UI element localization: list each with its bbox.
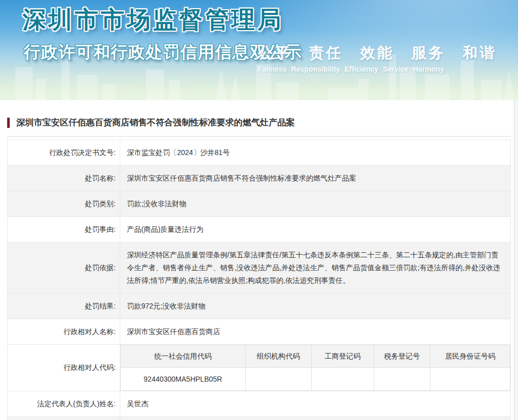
table-row-legal-representative: 法定代表人(负责人)姓名: 吴世杰 <box>8 391 511 417</box>
row-value: 罚款972元;没收非法财物 <box>120 294 511 319</box>
table-row-penalty-result: 处罚结果: 罚款972元;没收非法财物 <box>8 294 511 319</box>
code-value-row: 92440300MA5HPLB05R <box>121 368 510 391</box>
row-label: 处罚结果: <box>8 294 120 319</box>
article-header: 深圳市宝安区仟佰惠百货商店销售不符合强制性标准要求的燃气灶产品案 <box>7 117 511 128</box>
table-row-counterpart-codes: 行政相对人代码: 统一社会信用代码 组织机构代码 工商登记码 税务登记号 居民身… <box>8 345 511 391</box>
code-col-header: 统一社会信用代码 <box>121 345 246 368</box>
slogan-chinese: 公平 责任 效能 服务 和谐 <box>258 43 497 63</box>
resident-id-number <box>430 368 510 391</box>
code-header-row: 统一社会信用代码 组织机构代码 工商登记码 税务登记号 居民身份证号码 <box>121 345 510 368</box>
row-value: 深圳市宝安区仟佰惠百货商店销售不符合强制性标准要求的燃气灶产品案 <box>120 166 511 191</box>
unified-social-credit-code: 92440300MA5HPLB05R <box>121 368 246 391</box>
row-label: 行政相对人代码: <box>8 345 120 391</box>
table-row-penalty-basis: 处罚依据: 深圳经济特区产品质量管理条例/第五章法律责任/第五十七条违反本条例第… <box>8 242 511 294</box>
row-value: 深圳市宝安区仟佰惠百货商店 <box>120 319 511 345</box>
row-label: 处罚类别: <box>8 191 120 217</box>
page-banner: 深圳市市场监督管理局 行政许可和行政处罚信用信息双公示 公平 责任 效能 服务 … <box>0 0 518 100</box>
row-value: 2024-03-01 <box>120 417 511 420</box>
row-label: 处罚名称: <box>8 166 120 191</box>
scrollbar-track[interactable] <box>514 100 518 420</box>
page-title: 深圳市宝安区仟佰惠百货商店销售不符合强制性标准要求的燃气灶产品案 <box>16 117 295 128</box>
code-col-header: 居民身份证号码 <box>430 345 510 368</box>
row-value: 深市监宝处罚〔2024〕沙井81号 <box>120 140 511 166</box>
row-label: 法定代表人(负责人)姓名: <box>8 391 120 417</box>
tax-registration-code <box>374 368 430 391</box>
row-label: 处罚依据: <box>8 242 120 294</box>
org-institution-code <box>245 368 311 391</box>
row-value: 吴世杰 <box>120 391 511 417</box>
row-value: 产品(商品)质量违法行为 <box>120 217 511 242</box>
title-accent-bar <box>7 118 10 128</box>
title-divider <box>7 136 511 137</box>
table-row-decision-number: 行政处罚决定书文号: 深市监宝处罚〔2024〕沙井81号 <box>8 140 511 166</box>
code-col-header: 工商登记码 <box>311 345 374 368</box>
slogan-block: 公平 责任 效能 服务 和谐 Faimess Responsibility Ef… <box>258 43 497 73</box>
table-row-counterpart-name: 行政相对人名称: 深圳市宝安区仟佰惠百货商店 <box>8 319 511 345</box>
table-row-penalty-reason: 处罚事由: 产品(商品)质量违法行为 <box>8 217 511 242</box>
row-label: 处罚决定日期: <box>8 417 120 420</box>
row-value: 深圳经济特区产品质量管理条例/第五章法律责任/第五十七条违反本条例第二十三条、第… <box>120 242 511 294</box>
row-label: 行政相对人名称: <box>8 319 120 345</box>
table-row-decision-date: 处罚决定日期: 2024-03-01 <box>8 417 511 420</box>
row-label: 行政处罚决定书文号: <box>8 140 120 166</box>
penalty-info-table: 行政处罚决定书文号: 深市监宝处罚〔2024〕沙井81号 处罚名称: 深圳市宝安… <box>7 140 511 420</box>
row-label: 处罚事由: <box>8 217 120 242</box>
table-row-penalty-name: 处罚名称: 深圳市宝安区仟佰惠百货商店销售不符合强制性标准要求的燃气灶产品案 <box>8 166 511 191</box>
table-row-penalty-category: 处罚类别: 罚款;没收非法财物 <box>8 191 511 217</box>
code-col-header: 税务登记号 <box>374 345 430 368</box>
row-value: 罚款;没收非法财物 <box>120 191 511 217</box>
code-subtable: 统一社会信用代码 组织机构代码 工商登记码 税务登记号 居民身份证号码 9244… <box>120 345 510 391</box>
business-registration-code <box>311 368 374 391</box>
org-name-title: 深圳市市场监督管理局 <box>23 4 284 36</box>
code-subtable-cell: 统一社会信用代码 组织机构代码 工商登记码 税务登记号 居民身份证号码 9244… <box>120 345 511 391</box>
slogan-english: Faimess Responsibility Efficiency Servic… <box>258 65 497 73</box>
code-col-header: 组织机构代码 <box>245 345 311 368</box>
